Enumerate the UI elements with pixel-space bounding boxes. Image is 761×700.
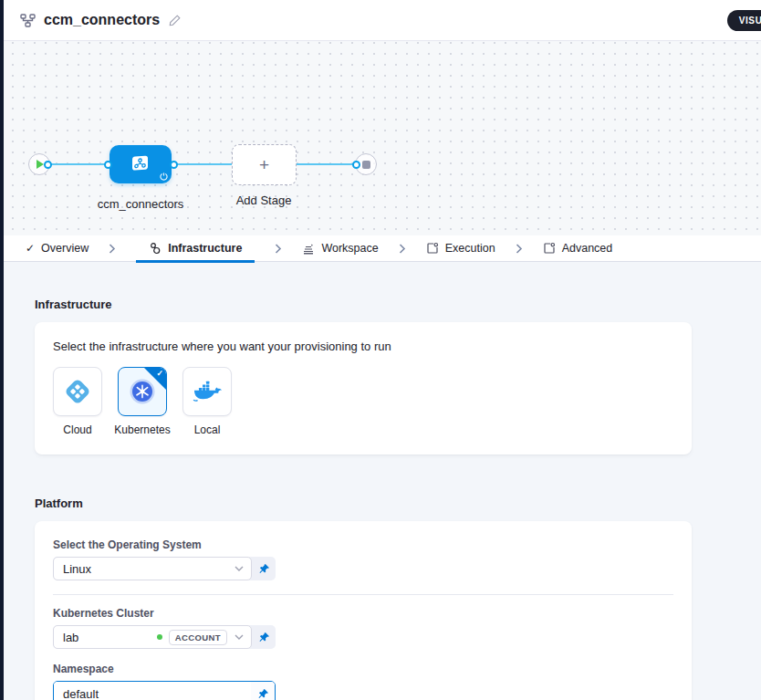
add-stage-label: Add Stage <box>236 193 292 207</box>
pipeline-canvas[interactable]: + ccm_connectors Add Stage <box>4 41 761 235</box>
cloud-tile[interactable] <box>53 367 102 416</box>
plus-icon: + <box>259 155 269 175</box>
infra-option-cloud: Cloud <box>53 367 102 436</box>
cloud-icon <box>63 377 92 406</box>
namespace-runtime-pin-button[interactable] <box>251 682 275 700</box>
connection-point <box>352 161 360 169</box>
kubernetes-tile[interactable]: ✓ <box>118 367 167 416</box>
cluster-field-group: lab ACCOUNT <box>53 625 276 649</box>
cluster-runtime-pin-button[interactable] <box>252 625 276 649</box>
edit-pencil-icon[interactable] <box>169 14 182 26</box>
namespace-field-label: Namespace <box>53 663 673 675</box>
pin-icon <box>257 688 269 700</box>
cluster-select[interactable]: lab ACCOUNT <box>53 625 252 649</box>
flow-line <box>175 163 234 165</box>
tab-execution[interactable]: Execution <box>426 235 495 262</box>
tab-overview[interactable]: ✓ Overview <box>26 235 89 262</box>
kubernetes-label: Kubernetes <box>114 423 170 436</box>
infra-option-local: Local <box>182 367 232 436</box>
infrastructure-description: Select the infrastructure where you want… <box>53 340 673 353</box>
stage-tabbar: ✓ Overview Infrastructure Workspace <box>4 235 761 262</box>
chevron-down-icon <box>235 634 244 640</box>
advanced-icon <box>543 242 556 255</box>
os-field-label: Select the Operating System <box>53 538 673 551</box>
flow-line <box>47 163 111 165</box>
divider <box>53 594 673 595</box>
platform-heading: Platform <box>35 496 761 510</box>
left-nav-edge <box>0 0 4 700</box>
stage-node-label: ccm_connectors <box>98 197 184 211</box>
os-select[interactable]: Linux <box>53 557 252 580</box>
check-icon: ✓ <box>156 369 163 378</box>
chevron-right-icon <box>275 244 282 254</box>
pin-icon <box>258 632 270 643</box>
os-select-value: Linux <box>63 562 229 576</box>
connected-status-dot <box>157 634 162 640</box>
namespace-field-group <box>53 681 276 700</box>
chevron-down-icon <box>235 566 244 571</box>
scope-badge: ACCOUNT <box>169 630 227 645</box>
connection-point <box>170 161 178 169</box>
docker-icon <box>193 380 222 403</box>
platform-card: Select the Operating System Linux Kubern… <box>35 521 692 700</box>
cloud-label: Cloud <box>63 423 91 436</box>
pipeline-header: ccm_connectors VISUAL <box>4 0 761 41</box>
os-runtime-pin-button[interactable] <box>252 557 276 580</box>
workspace-icon <box>302 242 315 255</box>
check-icon: ✓ <box>26 242 35 255</box>
local-label: Local <box>194 423 221 436</box>
infrastructure-card: Select the infrastructure where you want… <box>35 322 692 454</box>
cluster-field-label: Kubernetes Cluster <box>53 607 673 620</box>
pin-icon <box>258 563 270 575</box>
stage-status-icon <box>160 172 168 181</box>
tab-infrastructure[interactable]: Infrastructure <box>136 235 255 262</box>
chevron-right-icon <box>399 244 406 254</box>
chevron-right-icon <box>516 244 523 254</box>
pipeline-icon <box>20 14 36 27</box>
tab-workspace[interactable]: Workspace <box>302 235 378 262</box>
connection-point <box>44 161 52 169</box>
infrastructure-options: Cloud ✓ Kubernetes <box>53 367 673 436</box>
play-icon <box>36 160 44 169</box>
local-tile[interactable] <box>182 367 232 416</box>
infra-option-kubernetes: ✓ Kubernetes <box>118 367 167 436</box>
stage-node-ccm-connectors[interactable] <box>109 145 172 183</box>
visual-yaml-toggle[interactable]: VISUAL <box>727 10 761 31</box>
infrastructure-panel: Infrastructure Select the infrastructure… <box>4 262 761 700</box>
execution-icon <box>426 242 439 255</box>
stage-type-icon <box>130 154 151 174</box>
stop-icon <box>362 161 370 169</box>
tab-advanced[interactable]: Advanced <box>543 235 613 262</box>
page-title: ccm_connectors <box>44 12 160 28</box>
flow-line <box>297 163 358 165</box>
cluster-select-value: lab <box>63 631 157 644</box>
infrastructure-icon <box>149 242 162 255</box>
add-stage-button[interactable]: + <box>232 144 297 185</box>
chevron-right-icon <box>109 244 116 254</box>
infrastructure-heading: Infrastructure <box>35 298 761 311</box>
os-field-group: Linux <box>53 557 276 580</box>
namespace-input[interactable] <box>54 682 251 700</box>
connection-point <box>104 161 112 169</box>
